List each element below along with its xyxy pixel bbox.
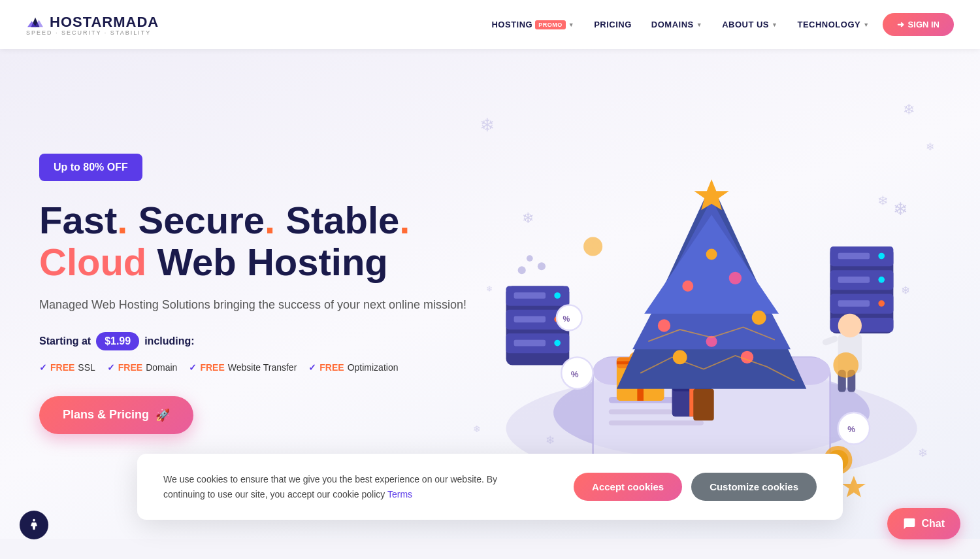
feature-optimization: ✓ FREE Optimization (308, 362, 398, 373)
promo-badge: PROMO (535, 20, 566, 29)
svg-rect-59 (822, 335, 839, 346)
logo[interactable]: HOSTARMADA SPEED · SECURITY · STABILITY (26, 14, 159, 36)
svg-rect-9 (514, 316, 546, 322)
hero-subtitle: Managed Web Hosting Solutions bringing t… (39, 296, 466, 314)
svg-point-50 (682, 280, 693, 292)
cookie-banner: We use cookies to ensure that we give yo… (137, 454, 843, 520)
logo-name: HOSTARMADA (50, 14, 159, 31)
feature-ssl: ✓ FREE SSL (39, 362, 95, 373)
promo-tag: Up to 80% OFF (39, 154, 142, 181)
main-nav: HOSTING PROMO ▼ PRICING DOMAINS ▼ ABOUT … (485, 13, 954, 36)
plans-pricing-button[interactable]: Plans & Pricing 🚀 (39, 396, 193, 434)
nav-hosting[interactable]: HOSTING PROMO ▼ (485, 16, 581, 33)
nav-pricing[interactable]: PRICING (587, 16, 638, 33)
svg-text:❄: ❄ (893, 199, 908, 219)
svg-point-73 (518, 266, 526, 274)
svg-text:%: % (847, 424, 855, 434)
cookie-buttons: Accept cookies Customize cookies (574, 473, 817, 501)
svg-point-52 (706, 249, 717, 260)
hero-illustration: ❄ ❄ ❄ ❄ ❄ ❄ ❄ (466, 88, 941, 500)
chat-button[interactable]: Chat (887, 508, 960, 539)
cookie-terms-link[interactable]: Terms (387, 489, 412, 500)
svg-rect-19 (838, 253, 870, 260)
svg-marker-47 (644, 215, 779, 314)
price-badge: $1.99 (96, 332, 139, 350)
accessibility-button[interactable] (20, 511, 48, 539)
feature-domain: ✓ FREE Domain (107, 362, 178, 373)
sign-in-button[interactable]: ➜ SIGN IN (883, 13, 954, 36)
svg-point-11 (554, 292, 561, 299)
hero-content: Up to 80% OFF Fast. Secure. Stable. Clou… (39, 154, 466, 434)
svg-point-58 (838, 314, 862, 337)
rocket-icon: 🚀 (155, 408, 170, 422)
svg-text:❄: ❄ (902, 284, 911, 297)
svg-text:❄: ❄ (522, 210, 534, 226)
svg-point-74 (527, 255, 533, 262)
svg-point-75 (538, 262, 546, 270)
svg-rect-8 (514, 292, 546, 299)
nav-domains[interactable]: DOMAINS ▼ (645, 16, 709, 33)
chevron-down-icon: ▼ (863, 22, 869, 28)
chevron-down-icon: ▼ (696, 22, 702, 28)
svg-point-80 (33, 519, 35, 522)
nav-technology[interactable]: TECHNOLOGY ▼ (791, 16, 875, 33)
starting-at-line: Starting at $1.99 including: (39, 332, 466, 350)
chevron-down-icon: ▼ (568, 22, 574, 28)
svg-point-62 (583, 237, 602, 256)
svg-rect-21 (838, 300, 870, 307)
chevron-down-icon: ▼ (772, 22, 777, 28)
cookie-message: We use cookies to ensure that we give yo… (163, 472, 534, 501)
hero-svg-illustration: % % % ❄ ❄ ❄ ❄ (466, 88, 941, 500)
accessibility-icon (27, 518, 41, 532)
customize-cookies-button[interactable]: Customize cookies (691, 473, 817, 501)
svg-rect-10 (514, 340, 546, 347)
svg-rect-30 (609, 409, 672, 414)
svg-text:%: % (571, 369, 579, 379)
svg-point-13 (554, 340, 561, 347)
svg-rect-31 (609, 420, 704, 425)
features-list: ✓ FREE SSL ✓ FREE Domain ✓ FREE Website … (39, 362, 466, 373)
svg-rect-44 (693, 389, 713, 420)
svg-text:%: % (563, 314, 570, 324)
svg-point-22 (878, 253, 885, 260)
svg-point-49 (752, 311, 766, 325)
logo-tagline: SPEED · SECURITY · STABILITY (26, 29, 151, 36)
svg-point-48 (658, 319, 670, 331)
chat-icon (903, 517, 916, 530)
sign-in-icon: ➜ (897, 20, 904, 29)
hero-title: Fast. Secure. Stable. Cloud Web Hosting (39, 199, 466, 283)
main-header: HOSTARMADA SPEED · SECURITY · STABILITY … (0, 0, 980, 49)
svg-point-23 (878, 277, 885, 283)
svg-text:❄: ❄ (546, 434, 555, 447)
svg-rect-20 (838, 277, 870, 283)
feature-transfer: ✓ FREE Website Transfer (189, 362, 297, 373)
svg-point-63 (833, 352, 858, 378)
svg-point-24 (878, 300, 885, 307)
svg-marker-70 (842, 476, 866, 498)
nav-about-us[interactable]: ABOUT US ▼ (715, 16, 784, 33)
accept-cookies-button[interactable]: Accept cookies (574, 473, 682, 501)
svg-point-51 (729, 272, 742, 284)
